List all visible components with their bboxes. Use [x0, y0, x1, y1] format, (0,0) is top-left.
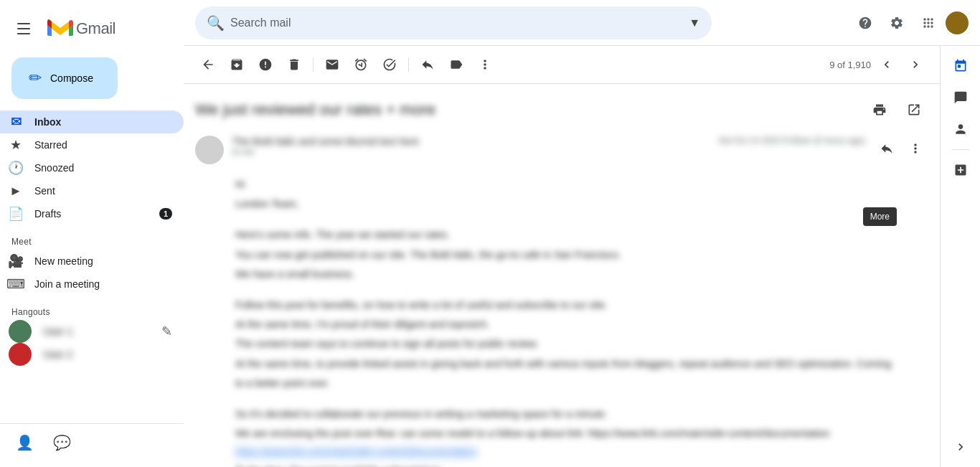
back-button[interactable] [195, 52, 221, 77]
search-dropdown-arrow[interactable]: ▼ [689, 16, 700, 29]
compose-plus-icon: ✏ [29, 69, 42, 88]
chevron-right-icon [908, 57, 923, 72]
sidebar-item-snoozed[interactable]: 🕐 Snoozed [0, 156, 184, 179]
email-link[interactable]: https://www.link.com/main/side-content/d… [235, 445, 477, 457]
help-button[interactable] [851, 9, 880, 37]
more-vert-icon [908, 141, 923, 156]
meet-section-title: Meet [0, 225, 184, 250]
sidebar-item-new-meeting[interactable]: 🎥 New meeting [0, 250, 184, 273]
inbox-icon: ✉ [9, 115, 23, 129]
sidebar-header: Gmail [0, 6, 184, 52]
user-avatar[interactable] [946, 11, 969, 34]
move-to-button[interactable] [415, 52, 440, 77]
sender-name: The Bold Italic and some blurred text he… [232, 136, 710, 147]
open-in-new-button[interactable] [900, 95, 928, 124]
page-nav-text: 9 of 1,910 [829, 60, 871, 70]
back-icon [201, 57, 215, 72]
chevron-left-icon [880, 57, 894, 72]
star-icon: ★ [9, 138, 23, 152]
sidebar-item-snoozed-label: Snoozed [34, 162, 172, 174]
email-body-line-9: We are enclosing the post over-flow: can… [235, 425, 928, 461]
calendar-icon [953, 59, 968, 73]
send-icon: ► [9, 184, 23, 198]
more-button[interactable] [472, 52, 498, 77]
email-content: 9 of 1,910 More We just reviewed our rat… [184, 46, 940, 467]
move-icon [420, 57, 435, 72]
archive-icon [230, 57, 244, 72]
sidebar-item-sent[interactable]: ► Sent [0, 179, 184, 202]
collapse-sidebar-button[interactable] [946, 433, 975, 461]
sidebar-item-drafts[interactable]: 📄 Drafts 1 [0, 202, 184, 225]
add-addons-button[interactable] [946, 156, 975, 184]
toolbar-divider-2 [408, 57, 409, 72]
sidebar-item-inbox-label: Inbox [34, 116, 172, 128]
print-button[interactable] [865, 95, 894, 124]
sender-info: The Bold Italic and some blurred text he… [232, 136, 710, 157]
add-task-button[interactable] [377, 52, 402, 77]
sidebar-item-starred[interactable]: ★ Starred [0, 133, 184, 156]
mark-unread-button[interactable] [319, 52, 345, 77]
calendar-sidebar-button[interactable] [946, 52, 975, 80]
contacts-sidebar-button[interactable] [946, 115, 975, 143]
email-sender-row: The Bold Italic and some blurred text he… [184, 130, 940, 170]
hangout-user2-label: User 2 [43, 349, 172, 360]
sender-avatar [195, 136, 224, 164]
sidebar-item-starred-label: Starred [34, 139, 172, 151]
reply-button[interactable] [874, 136, 900, 161]
settings-button[interactable] [882, 9, 911, 37]
more-vertical-icon [478, 57, 492, 72]
contacts-footer-btn[interactable]: 👤 [11, 430, 37, 456]
search-icon: 🔍 [207, 14, 225, 32]
sidebar-item-inbox[interactable]: ✉ Inbox [0, 110, 184, 133]
sidebar-hangout-user1[interactable]: User 1 ✎ [0, 320, 184, 343]
compose-button[interactable]: ✏ Compose [11, 57, 118, 99]
email-toolbar: 9 of 1,910 [184, 46, 940, 84]
email-more-button[interactable] [903, 136, 928, 161]
sidebar-footer: 👤 💬 [0, 423, 184, 461]
spam-button[interactable] [253, 52, 278, 77]
prev-email-button[interactable] [874, 52, 900, 77]
clock-icon: 🕐 [9, 161, 23, 175]
email-body-line-4: At the same time, I'm proud of their dil… [235, 316, 928, 334]
hamburger-menu-button[interactable] [11, 17, 36, 40]
search-input[interactable] [230, 16, 683, 29]
sender-actions [874, 136, 928, 161]
open-new-icon [907, 103, 921, 117]
hangouts-section-title: Hangouts [0, 296, 184, 320]
hangout-user1-action: ✎ [161, 324, 172, 339]
add-task-icon [382, 57, 397, 72]
snooze-icon [354, 57, 368, 72]
sidebar-item-join-meeting[interactable]: ⌨ Join a meeting [0, 273, 184, 296]
email-subject: We just reviewed our rates + more [195, 100, 859, 119]
label-button[interactable] [443, 52, 469, 77]
gmail-logo-icon [47, 16, 73, 42]
delete-icon [287, 57, 301, 72]
keyboard-icon: ⌨ [9, 277, 23, 291]
sidebar-item-join-meeting-label: Join a meeting [34, 278, 172, 290]
settings-icon [890, 16, 904, 30]
chat-sidebar-button[interactable] [946, 83, 975, 112]
compose-label: Compose [50, 72, 93, 84]
delete-button[interactable] [281, 52, 307, 77]
gmail-logo: Gmail [47, 16, 116, 42]
apps-button[interactable] [914, 9, 943, 37]
mark-unread-icon [325, 57, 339, 72]
hangout-avatar-2 [9, 343, 32, 366]
right-sidebar-divider [952, 149, 969, 150]
next-email-button[interactable] [903, 52, 928, 77]
spam-icon [258, 57, 273, 72]
search-bar[interactable]: 🔍 ▼ [195, 6, 712, 39]
email-area: 9 of 1,910 More We just reviewed our rat… [184, 46, 980, 467]
sidebar-item-drafts-label: Drafts [34, 208, 148, 220]
archive-button[interactable] [224, 52, 250, 77]
sidebar-hangout-user2[interactable]: User 2 [0, 343, 184, 366]
email-body-line-0: Here's some info. The year we started ou… [235, 226, 928, 244]
email-subject-actions [865, 95, 928, 124]
hangouts-footer-btn[interactable]: 💬 [49, 430, 75, 456]
help-icon [858, 16, 872, 30]
page-navigation: 9 of 1,910 [829, 52, 928, 77]
email-body: Hi London Team, Here's some info. The ye… [184, 170, 940, 467]
sidebar-item-new-meeting-label: New meeting [34, 255, 172, 267]
snooze-button[interactable] [348, 52, 374, 77]
email-subject-row: We just reviewed our rates + more [184, 84, 940, 130]
